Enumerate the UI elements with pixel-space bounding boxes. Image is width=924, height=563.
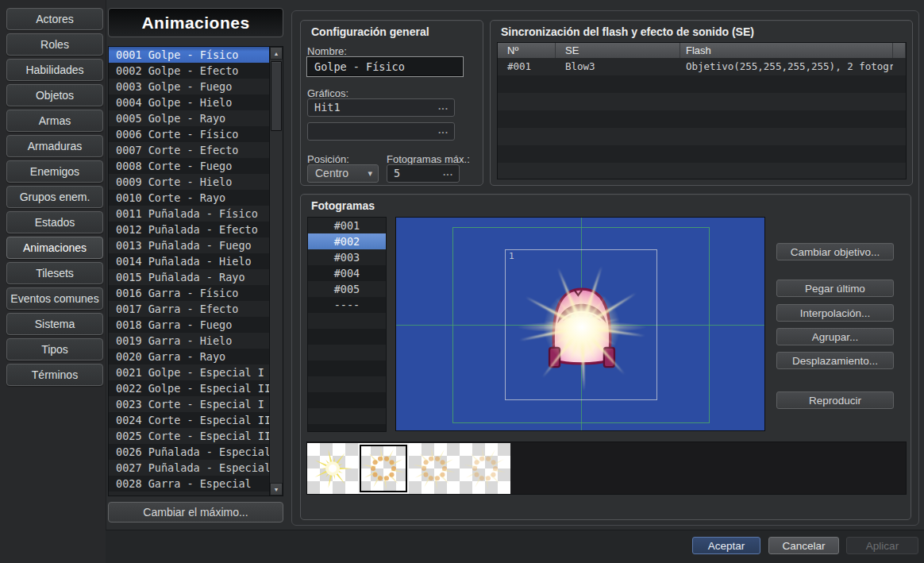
sidebar-item-armas[interactable]: Armas bbox=[6, 110, 103, 132]
apply-button[interactable]: Aplicar bbox=[846, 537, 918, 554]
database-category-sidebar: ActoresRolesHabilidadesObjetosArmasArmad… bbox=[6, 8, 103, 386]
frame-list-item[interactable]: #004 bbox=[308, 265, 386, 281]
paste-last-button[interactable]: Pegar último bbox=[776, 280, 894, 297]
animation-list-item[interactable]: 0027 Puñalada - Especial II bbox=[109, 460, 270, 476]
group-title: Configuración general bbox=[311, 25, 429, 38]
frame-list-item[interactable]: #002 bbox=[308, 233, 386, 249]
animation-list-item[interactable]: 0026 Puñalada - Especial I bbox=[109, 444, 270, 460]
column-header-extra bbox=[893, 43, 906, 58]
sync-cell: #001 bbox=[498, 58, 556, 75]
column-header-number: Nº bbox=[498, 43, 556, 58]
cell-thumbnail-strip bbox=[306, 442, 907, 495]
frame-list-item[interactable]: ---- bbox=[308, 297, 386, 313]
animation-list-item[interactable]: 0010 Corte - Rayo bbox=[109, 190, 270, 206]
animation-list-item[interactable]: 0018 Garra - Fuego bbox=[109, 317, 270, 333]
animation-list-item[interactable]: 0014 Puñalada - Hielo bbox=[109, 253, 270, 269]
sidebar-item-sistema[interactable]: Sistema bbox=[6, 313, 103, 335]
sidebar-item-eventos-comunes[interactable]: Eventos comunes bbox=[6, 287, 103, 310]
animation-list-item[interactable]: 0020 Garra - Rayo bbox=[109, 349, 270, 364]
sync-table-body: #001Blow3Objetivo(255,255,255,255), 2 fo… bbox=[498, 58, 906, 179]
animation-list-item[interactable]: 0005 Golpe - Rayo bbox=[109, 110, 270, 126]
animation-list-item[interactable]: 0024 Corte - Especial II bbox=[109, 412, 270, 428]
animation-list-item[interactable]: 0022 Golpe - Especial II bbox=[109, 380, 270, 396]
frame-list[interactable]: #001#002#003#004#005---- bbox=[307, 217, 387, 432]
animation-list-item[interactable]: 0002 Golpe - Efecto bbox=[109, 63, 270, 79]
column-header-se: SE bbox=[556, 43, 680, 58]
change-maximum-button[interactable]: Cambiar el máximo... bbox=[108, 502, 283, 523]
sidebar-item-grupos-enem[interactable]: Grupos enem. bbox=[6, 186, 103, 208]
frame-list-item[interactable]: #005 bbox=[308, 281, 386, 297]
animation-list-item[interactable]: 0025 Corte - Especial III bbox=[109, 428, 270, 444]
accept-button[interactable]: Aceptar bbox=[692, 537, 760, 554]
animation-list-item[interactable]: 0004 Golpe - Hielo bbox=[109, 94, 270, 110]
graphic1-field[interactable]: Hit1 ... bbox=[307, 98, 455, 117]
animation-list-item[interactable]: 0012 Puñalada - Efecto bbox=[109, 222, 270, 237]
ellipsis-icon: ... bbox=[438, 123, 449, 138]
frames-group: Fotogramas #001#002#003#004#005---- 1 bbox=[300, 194, 911, 520]
animation-list-item[interactable]: 0006 Corte - Físico bbox=[109, 126, 270, 142]
animation-list-item[interactable]: 0016 Garra - Físico bbox=[109, 285, 270, 301]
group-title: Fotogramas bbox=[311, 199, 375, 212]
sidebar-item-terminos[interactable]: Términos bbox=[6, 364, 103, 386]
animation-list-item[interactable]: 0011 Puñalada - Físico bbox=[109, 206, 270, 222]
animation-list-rows: 0001 Golpe - Físico0002 Golpe - Efecto00… bbox=[109, 47, 270, 496]
animation-list-item[interactable]: 0021 Golpe - Especial I bbox=[109, 364, 270, 380]
animation-canvas[interactable]: 1 bbox=[395, 217, 765, 431]
displacement-button[interactable]: Desplazamiento... bbox=[776, 352, 894, 369]
position-select[interactable]: Centro ▾ bbox=[307, 164, 379, 183]
frame-list-item[interactable]: #003 bbox=[308, 249, 386, 265]
sidebar-item-enemigos[interactable]: Enemigos bbox=[6, 160, 103, 183]
animation-list-item[interactable]: 0023 Corte - Especial I bbox=[109, 396, 270, 412]
animation-list-item[interactable]: 0009 Corte - Hielo bbox=[109, 174, 270, 190]
sidebar-item-tipos[interactable]: Tipos bbox=[6, 338, 103, 361]
graphic1-value: Hit1 bbox=[314, 101, 341, 114]
sidebar-item-roles[interactable]: Roles bbox=[6, 33, 103, 56]
sidebar-item-tilesets[interactable]: Tilesets bbox=[6, 262, 103, 284]
name-input[interactable]: Golpe - Físico bbox=[307, 57, 463, 76]
group-button[interactable]: Agrupar... bbox=[776, 328, 894, 345]
interpolate-button[interactable]: Interpolación... bbox=[776, 304, 894, 322]
graphic2-field[interactable]: ... bbox=[307, 122, 455, 141]
sync-table-row[interactable]: #001Blow3Objetivo(255,255,255,255), 2 fo… bbox=[498, 58, 906, 75]
cell-thumbnail-2[interactable] bbox=[358, 443, 409, 494]
scrollbar-up-icon[interactable]: ▲ bbox=[270, 47, 283, 60]
cell-thumbnail-1[interactable] bbox=[307, 443, 358, 494]
animation-list-item[interactable]: 0013 Puñalada - Fuego bbox=[109, 237, 270, 253]
animation-list-item[interactable]: 0015 Puñalada - Rayo bbox=[109, 269, 270, 285]
animation-list[interactable]: 0001 Golpe - Físico0002 Golpe - Efecto00… bbox=[108, 46, 283, 496]
sidebar-item-armaduras[interactable]: Armaduras bbox=[6, 135, 103, 157]
max-frames-field[interactable]: 5 ... bbox=[387, 164, 460, 183]
position-value: Centro bbox=[315, 167, 348, 179]
sidebar-item-actores[interactable]: Actores bbox=[6, 8, 103, 30]
animation-list-item[interactable]: 0017 Garra - Efecto bbox=[109, 301, 270, 317]
animation-list-item[interactable]: 0001 Golpe - Físico bbox=[109, 47, 270, 63]
animation-list-item[interactable]: 0003 Golpe - Fuego bbox=[109, 79, 270, 94]
ellipsis-icon: ... bbox=[443, 165, 453, 180]
animation-list-item[interactable]: 0019 Garra - Hielo bbox=[109, 333, 270, 349]
group-title: Sincronización del flash y efecto de son… bbox=[501, 25, 754, 38]
ellipsis-icon: ... bbox=[438, 99, 449, 114]
cancel-button[interactable]: Cancelar bbox=[768, 537, 839, 554]
frame-list-item[interactable]: #001 bbox=[308, 218, 386, 233]
animation-list-item[interactable]: 0028 Garra - Especial bbox=[109, 476, 270, 492]
sidebar-item-estados[interactable]: Estados bbox=[6, 211, 103, 233]
cell-thumbnail-3[interactable] bbox=[409, 443, 460, 494]
scrollbar-thumb[interactable] bbox=[271, 61, 282, 131]
sync-table[interactable]: Nº SE Flash #001Blow3Objetivo(255,255,25… bbox=[497, 42, 907, 179]
animation-cell-sprite[interactable] bbox=[508, 252, 656, 399]
chevron-down-icon: ▾ bbox=[368, 165, 372, 182]
change-target-button[interactable]: Cambiar objetivo... bbox=[776, 243, 894, 260]
animation-list-scrollbar[interactable]: ▲ ▼ bbox=[269, 47, 283, 496]
cell-thumbnail-4[interactable] bbox=[460, 443, 510, 494]
position-label: Posición: bbox=[307, 153, 349, 165]
animation-list-item[interactable]: 0008 Corte - Fuego bbox=[109, 158, 270, 174]
animation-list-item[interactable]: 0007 Corte - Efecto bbox=[109, 142, 270, 158]
max-frames-value: 5 bbox=[394, 167, 400, 179]
sidebar-item-objetos[interactable]: Objetos bbox=[6, 84, 103, 106]
scrollbar-down-icon[interactable]: ▼ bbox=[270, 483, 283, 496]
play-button[interactable]: Reproducir bbox=[776, 391, 894, 409]
sidebar-item-animaciones[interactable]: Animaciones bbox=[6, 237, 103, 259]
sync-table-header: Nº SE Flash bbox=[498, 43, 906, 58]
sidebar-item-habilidades[interactable]: Habilidades bbox=[6, 59, 103, 81]
sync-cell: Blow3 bbox=[556, 58, 680, 75]
